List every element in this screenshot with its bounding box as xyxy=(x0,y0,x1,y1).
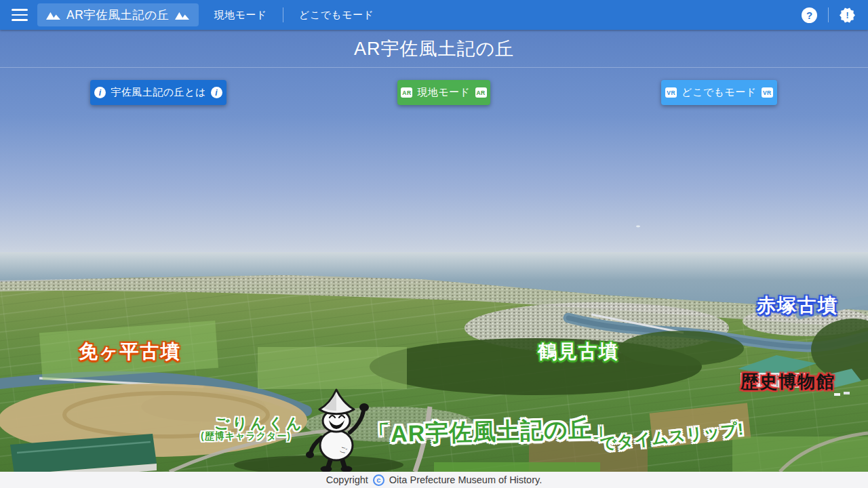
dokodemo-mode-button[interactable]: VR どこでもモード VR xyxy=(661,80,777,105)
genchi-mode-button[interactable]: AR 現地モード AR xyxy=(397,80,490,105)
mascot-character: ご xyxy=(305,388,370,472)
ar-icon: AR xyxy=(401,87,412,98)
mascot-subtitle: (歴博キャラクター) xyxy=(201,430,291,443)
museum-parking-car xyxy=(844,392,850,394)
field-patch xyxy=(258,347,407,389)
menu-icon[interactable] xyxy=(12,9,28,21)
app-bar: AR宇佐風土記の丘 現地モード どこでもモード ? ! xyxy=(0,0,868,30)
svg-text:!: ! xyxy=(846,10,848,20)
about-button[interactable]: i 宇佐風土記の丘とは i xyxy=(90,80,226,105)
new-releases-icon[interactable]: ! xyxy=(839,7,856,24)
dokodemo-mode-button-label: どこでもモード xyxy=(682,86,757,99)
hero-header-band: AR宇佐風土記の丘 xyxy=(0,30,868,68)
vr-icon: VR xyxy=(665,87,677,98)
plane-speck xyxy=(636,226,640,228)
field-patch-bright xyxy=(434,462,600,472)
forest-upper xyxy=(619,331,744,366)
copyright-owner: Oita Prefecture Museum of History. xyxy=(389,474,542,485)
genchi-mode-button-label: 現地モード xyxy=(417,86,470,99)
ar-icon: AR xyxy=(475,87,487,98)
hero-section: AR宇佐風土記の丘 i 宇佐風土記の丘とは i AR 現地モード AR VR ど… xyxy=(0,30,868,472)
label-akatsuka-kofun: 赤塚古墳 xyxy=(757,293,838,319)
app-title-button[interactable]: AR宇佐風土記の丘 xyxy=(37,3,199,26)
info-icon: i xyxy=(94,87,106,98)
nav-dokodemo-mode[interactable]: どこでもモード xyxy=(283,0,390,30)
label-mengahira-kofun: 免ヶ平古墳 xyxy=(79,339,181,365)
nav-genchi-mode[interactable]: 現地モード xyxy=(199,0,283,30)
vr-icon: VR xyxy=(762,87,773,98)
slogan-main: 「AR宇佐風土記の丘」 xyxy=(366,413,616,451)
help-icon[interactable]: ? xyxy=(802,7,817,23)
label-history-museum: 歴史博物館 xyxy=(741,370,835,394)
app-title: AR宇佐風土記の丘 xyxy=(66,7,170,23)
info-icon: i xyxy=(211,87,222,98)
footer: Copyright c Oita Prefecture Museum of Hi… xyxy=(0,472,868,488)
page-title: AR宇佐風土記の丘 xyxy=(354,37,514,61)
icon-divider xyxy=(828,7,829,22)
about-button-label: 宇佐風土記の丘とは xyxy=(111,86,206,99)
mountains-icon xyxy=(175,10,190,20)
mountains-icon xyxy=(46,10,61,20)
copyright-icon: c xyxy=(373,474,384,486)
label-tsurumi-kofun: 鶴見古墳 xyxy=(538,339,619,365)
copyright-prefix: Copyright xyxy=(326,474,368,485)
